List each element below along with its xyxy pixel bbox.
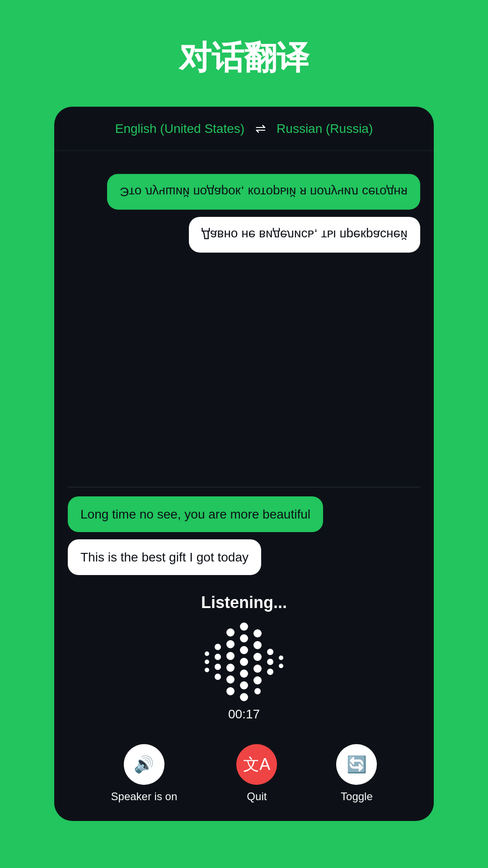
dot: [253, 641, 262, 649]
wave-col-5: [253, 629, 262, 694]
message-bubble-english-1: Long time no see, you are more beautiful: [68, 496, 323, 532]
chat-area: Давно не виделись, ты прекрасней Это луч…: [54, 151, 434, 735]
wave-col-7: [279, 656, 283, 668]
wave-col-4: [240, 623, 248, 701]
dot: [240, 670, 248, 678]
dot: [240, 681, 248, 689]
dot: [253, 676, 262, 684]
dot: [215, 644, 221, 650]
dot: [254, 688, 261, 694]
dot: [240, 623, 248, 631]
list-item: Long time no see, you are more beautiful: [68, 496, 420, 532]
dot: [215, 674, 221, 680]
translate-icon: 文A: [243, 754, 270, 776]
wave-col-3: [226, 628, 235, 695]
app-title: 对话翻译: [179, 36, 309, 80]
speaker-label: Speaker is on: [111, 790, 178, 803]
controls-bar: 🔊 Speaker is on 文A Quit 🔄 Toggle: [54, 735, 434, 821]
right-language[interactable]: Russian (Russia): [277, 122, 373, 136]
dot: [240, 693, 248, 701]
wave-col-6: [267, 649, 273, 675]
dot: [226, 664, 235, 672]
dot: [253, 629, 262, 637]
message-bubble: Это лучший подарок, который я получил се…: [107, 174, 420, 209]
dot: [240, 658, 248, 666]
dot: [253, 653, 262, 661]
toggle-control: 🔄 Toggle: [336, 744, 377, 803]
refresh-icon: 🔄: [347, 755, 367, 774]
toggle-button[interactable]: 🔄: [336, 744, 377, 785]
recording-timer: 00:17: [228, 707, 260, 722]
speaker-control: 🔊 Speaker is on: [111, 744, 178, 803]
listening-status: Listening...: [201, 593, 287, 612]
dot: [267, 649, 273, 655]
chat-divider: [68, 487, 420, 487]
wave-col-2: [215, 644, 221, 680]
dot: [240, 634, 248, 642]
dot: [253, 665, 262, 673]
speaker-icon: 🔊: [134, 755, 154, 774]
message-bubble-english-2: This is the best gift I got today: [68, 539, 261, 575]
listening-section: Listening...: [68, 584, 420, 735]
language-bar: English (United States) ⇌ Russian (Russi…: [54, 107, 434, 151]
dot: [240, 646, 248, 654]
table-row: Давно не виделись, ты прекрасней: [68, 217, 420, 252]
upper-chat: Давно не виделись, ты прекрасней Это луч…: [68, 165, 420, 487]
waveform: [205, 626, 283, 698]
dot: [267, 659, 273, 665]
table-row: Это лучший подарок, который я получил се…: [68, 174, 420, 209]
dot: [226, 675, 235, 684]
dot: [279, 656, 283, 660]
toggle-label: Toggle: [341, 790, 373, 803]
dot: [267, 669, 273, 675]
dot: [205, 668, 209, 672]
quit-button[interactable]: 文A: [236, 744, 277, 785]
lower-chat: Long time no see, you are more beautiful…: [68, 496, 420, 584]
wave-col-1: [205, 651, 209, 672]
main-card: English (United States) ⇌ Russian (Russi…: [54, 107, 434, 821]
dot: [226, 687, 235, 695]
speaker-button[interactable]: 🔊: [124, 744, 164, 785]
dot: [205, 651, 209, 656]
dot: [226, 628, 235, 637]
dot: [205, 660, 209, 664]
quit-control: 文A Quit: [236, 744, 277, 803]
swap-languages-icon[interactable]: ⇌: [255, 121, 266, 136]
dot: [215, 654, 221, 660]
quit-label: Quit: [247, 790, 267, 803]
dot: [226, 640, 235, 648]
message-bubble: Давно не виделись, ты прекрасней: [189, 217, 420, 252]
dot: [215, 664, 221, 670]
left-language[interactable]: English (United States): [115, 122, 244, 136]
dot: [279, 664, 283, 668]
list-item: This is the best gift I got today: [68, 539, 420, 575]
dot: [226, 652, 235, 660]
